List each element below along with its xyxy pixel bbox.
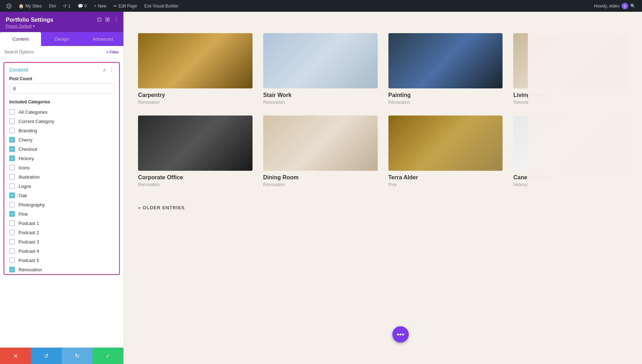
category-item[interactable]: Podcast 2 (4, 228, 119, 237)
category-name: Chestnut (19, 147, 37, 152)
category-checkbox[interactable] (9, 248, 15, 254)
portfolio-thumbnail (388, 33, 503, 88)
more-icon[interactable]: ⋮ (113, 16, 119, 23)
category-name: Current Category (19, 119, 54, 124)
category-item[interactable]: Icons (4, 163, 119, 172)
category-name: Podcast 1 (19, 221, 39, 226)
category-checkbox[interactable] (9, 137, 15, 143)
search-input[interactable] (4, 50, 103, 55)
grid-icon[interactable]: ⊞ (105, 16, 110, 23)
chevron-up-icon[interactable]: ∧ (103, 67, 106, 73)
my-sites[interactable]: 🏠 My Sites (16, 0, 45, 12)
section-menu-icon[interactable]: ⋮ (109, 67, 114, 73)
categories-label: Included Categories (4, 98, 119, 107)
category-item[interactable]: Podcast 3 (4, 237, 119, 246)
edit-page-button[interactable]: ✏ Edit Page (111, 0, 140, 12)
category-checkbox[interactable] (9, 202, 15, 207)
portfolio-item-category: Renovation (263, 182, 378, 187)
category-checkbox[interactable] (9, 146, 15, 152)
undo-button[interactable]: ↺ (31, 348, 62, 364)
category-item[interactable]: Pine (4, 209, 119, 219)
portfolio-thumbnail (138, 33, 253, 88)
settings-header: Portfolio Settings Preset: Default ▾ ⊡ ⊞… (0, 12, 123, 32)
avatar: e (622, 3, 628, 9)
category-item[interactable]: Logos (4, 181, 119, 191)
portfolio-item-title: Dining Room (263, 174, 378, 181)
comments[interactable]: 💬 0 (75, 0, 90, 12)
category-name: Logos (19, 184, 31, 189)
portfolio-item-category: Renovation (388, 100, 503, 105)
portfolio-item[interactable]: Corporate OfficeRenovation (138, 116, 253, 187)
category-checkbox[interactable] (9, 211, 15, 217)
category-checkbox[interactable] (9, 239, 15, 245)
category-item[interactable]: Podcast 1 (4, 219, 119, 228)
category-item[interactable]: Chestnut (4, 144, 119, 154)
section-controls: ∧ ⋮ (103, 67, 114, 73)
category-checkbox[interactable] (9, 109, 15, 115)
category-checkbox[interactable] (9, 220, 15, 226)
cancel-button[interactable]: ✕ (0, 348, 31, 364)
portfolio-thumbnail (388, 116, 503, 171)
category-name: Icons (19, 165, 30, 170)
search-bar: + Filter (0, 46, 123, 58)
category-checkbox[interactable] (9, 165, 15, 170)
category-item[interactable]: Cherry (4, 135, 119, 144)
category-checkbox[interactable] (9, 183, 15, 189)
category-item[interactable]: Photography (4, 200, 119, 209)
admin-bar-right: Howdy, etdev e 🔍 (591, 3, 638, 9)
portfolio-item-title: Carpentry (138, 92, 253, 98)
portfolio-thumbnail (138, 116, 253, 171)
bottom-bar: ✕ ↺ ↻ ✓ (0, 348, 123, 364)
category-item[interactable]: Podcast 4 (4, 246, 119, 256)
divi-menu[interactable]: Divi (46, 0, 59, 12)
tab-advanced[interactable]: Advanced (82, 32, 123, 46)
category-item[interactable]: Branding (4, 126, 119, 135)
category-checkbox[interactable] (9, 128, 15, 133)
category-item[interactable]: Oak (4, 191, 119, 200)
category-checkbox[interactable] (9, 193, 15, 198)
post-count-input[interactable] (9, 83, 114, 94)
save-button[interactable]: ✓ (93, 348, 124, 364)
settings-preset[interactable]: Preset: Default ▾ (6, 24, 118, 29)
exit-visual-builder[interactable]: Exit Visual Builder (141, 0, 182, 12)
categories-list: All CategoriesCurrent CategoryBrandingCh… (4, 107, 119, 274)
post-count-label: Post Count (9, 76, 114, 81)
redo-button[interactable]: ↻ (62, 348, 93, 364)
tab-content[interactable]: Content (0, 32, 41, 46)
category-checkbox[interactable] (9, 155, 15, 161)
section-header: Content ∧ ⋮ (4, 63, 119, 76)
category-checkbox[interactable] (9, 257, 15, 263)
portfolio-item[interactable]: PaintingRenovation (388, 33, 503, 105)
category-item[interactable]: Illustration (4, 172, 119, 181)
wp-icon[interactable]: W (4, 0, 14, 12)
new-button[interactable]: + New (91, 0, 109, 12)
portfolio-item[interactable]: CarpentryRenovation (138, 33, 253, 105)
portfolio-item-title: Corporate Office (138, 174, 253, 181)
section-title: Content (9, 67, 28, 73)
category-item[interactable]: Hickory (4, 154, 119, 163)
category-name: Podcast 2 (19, 230, 39, 235)
tab-design[interactable]: Design (41, 32, 82, 46)
category-name: All Categories (19, 109, 47, 115)
portfolio-item[interactable]: Stair WorkRenovation (263, 33, 378, 105)
category-checkbox[interactable] (9, 267, 15, 272)
copy-icon[interactable]: ⊡ (97, 16, 102, 23)
category-checkbox[interactable] (9, 174, 15, 180)
category-name: Branding (19, 128, 37, 133)
category-item[interactable]: All Categories (4, 107, 119, 117)
category-name: Renovation (19, 267, 42, 272)
portfolio-item[interactable]: Dining RoomRenovation (263, 116, 378, 187)
older-entries-link[interactable]: « OLDER ENTRIES (138, 205, 185, 210)
right-panel-overlay (528, 12, 642, 364)
category-item[interactable]: Podcast 5 (4, 256, 119, 265)
category-item[interactable]: Renovation (4, 265, 119, 274)
filter-button[interactable]: + Filter (106, 50, 119, 54)
category-checkbox[interactable] (9, 230, 15, 235)
portfolio-item[interactable]: Terra AlderPine (388, 116, 503, 187)
category-name: Podcast 4 (19, 248, 39, 254)
category-item[interactable]: Current Category (4, 117, 119, 126)
revisions[interactable]: ↺ 1 (60, 0, 73, 12)
float-action-button[interactable]: ••• (392, 326, 409, 343)
category-checkbox[interactable] (9, 118, 15, 124)
portfolio-item-title: Stair Work (263, 92, 378, 98)
